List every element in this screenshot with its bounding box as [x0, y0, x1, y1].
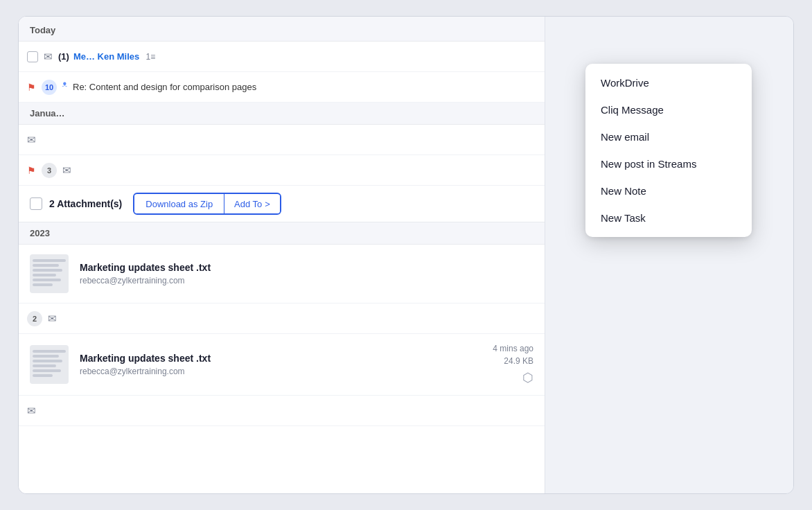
year-label: 2023: [30, 228, 50, 238]
file-size-2: 24.9 KB: [493, 356, 533, 366]
file-name-2: Marketing updates sheet .txt: [80, 353, 493, 364]
file-line: [33, 369, 61, 372]
file-line: [33, 269, 62, 272]
attachment-checkbox[interactable]: [30, 197, 42, 210]
file-thumb-2: [30, 345, 69, 384]
add-to-dropdown: WorkDrive Cliq Message New email New pos…: [585, 64, 752, 237]
year-email-icon-1: ✉: [48, 313, 57, 325]
file-item-1[interactable]: Marketing updates sheet .txt rebecca@zyl…: [19, 245, 545, 304]
app-container: Today ✉ (1) Me… Ken Miles 1≡ ⚑ 10 ᵜ Re: …: [18, 16, 794, 494]
jan-row-1[interactable]: ✉: [19, 125, 545, 155]
file-line: [33, 355, 59, 358]
add-to-chevron: >: [265, 199, 270, 209]
file-line: [33, 350, 66, 353]
last-email-icon: ✉: [27, 405, 36, 417]
today-header: Today: [19, 17, 545, 42]
dropdown-item-new-task[interactable]: New Task: [585, 204, 752, 231]
january-header: Janua…: [19, 103, 545, 125]
file-time-2: 4 mins ago: [493, 344, 533, 353]
add-to-button[interactable]: Add To >: [224, 195, 280, 213]
jan-email-icon-1: ✉: [27, 134, 36, 146]
file-item-2[interactable]: Marketing updates sheet .txt rebecca@zyl…: [19, 334, 545, 396]
attachment-actions: Download as Zip Add To >: [133, 193, 281, 215]
file-thumb-1: [30, 254, 69, 293]
dropdown-item-workdrive[interactable]: WorkDrive: [585, 69, 752, 96]
year-badge-1: 2: [27, 311, 42, 326]
download-zip-button[interactable]: Download as Zip: [134, 195, 224, 213]
file-line: [33, 259, 66, 262]
email-subject-2: Re: Content and design for comparison pa…: [73, 82, 536, 92]
file-line: [33, 374, 53, 377]
file-email-1: rebecca@zylkertraining.com: [80, 276, 533, 285]
year-row-1[interactable]: 2 ✉: [19, 304, 545, 334]
file-thumb-lines-2: [33, 350, 66, 379]
email-icon-1: ✉: [44, 51, 53, 63]
tag-icon-2: ⬡: [493, 370, 533, 385]
file-line: [33, 283, 53, 286]
jan-row-2[interactable]: ⚑ 3 ✉: [19, 155, 545, 186]
file-info-2: Marketing updates sheet .txt rebecca@zyl…: [80, 353, 493, 376]
attachment-label: 2 Attachment(s): [49, 198, 122, 209]
file-info-1: Marketing updates sheet .txt rebecca@zyl…: [80, 262, 533, 285]
file-line: [33, 274, 56, 276]
dropdown-item-cliq[interactable]: Cliq Message: [585, 96, 752, 123]
dropdown-item-new-note[interactable]: New Note: [585, 177, 752, 204]
jan-email-icon-2: ✉: [62, 164, 71, 177]
file-line: [33, 364, 56, 367]
add-to-label: Add To: [234, 199, 262, 209]
file-name-1: Marketing updates sheet .txt: [80, 262, 533, 273]
dropdown-item-new-email[interactable]: New email: [585, 123, 752, 150]
year-header: 2023: [19, 222, 545, 245]
file-line: [33, 279, 61, 281]
email-sender-name-1: Me… Ken Miles: [73, 51, 139, 62]
file-line: [33, 360, 62, 362]
file-line: [33, 264, 59, 267]
flag-icon-2: ⚑: [27, 82, 36, 93]
last-email-row[interactable]: ✉: [19, 396, 545, 426]
dropdown-item-streams[interactable]: New post in Streams: [585, 150, 752, 177]
file-thumb-lines-1: [33, 259, 66, 288]
january-label: Janua…: [30, 108, 65, 118]
file-meta-2: 4 mins ago 24.9 KB ⬡: [493, 344, 533, 385]
email-row-1[interactable]: ✉ (1) Me… Ken Miles 1≡: [19, 42, 545, 72]
left-panel: Today ✉ (1) Me… Ken Miles 1≡ ⚑ 10 ᵜ Re: …: [19, 17, 545, 493]
wave-icon-2: ᵜ: [62, 81, 67, 94]
email-checkbox-1[interactable]: [27, 51, 38, 62]
email-count-1: 1≡: [143, 52, 155, 62]
email-row-2[interactable]: ⚑ 10 ᵜ Re: Content and design for compar…: [19, 72, 545, 103]
file-email-2: rebecca@zylkertraining.com: [80, 367, 493, 376]
main-content: Today ✉ (1) Me… Ken Miles 1≡ ⚑ 10 ᵜ Re: …: [19, 17, 793, 493]
badge-2: 10: [42, 80, 57, 95]
attachment-bar: 2 Attachment(s) Download as Zip Add To >: [19, 186, 545, 222]
email-sender-1: (1): [58, 51, 69, 62]
jan-flag-2: ⚑: [27, 165, 36, 176]
jan-badge-2: 3: [42, 163, 57, 178]
today-label: Today: [30, 25, 55, 35]
